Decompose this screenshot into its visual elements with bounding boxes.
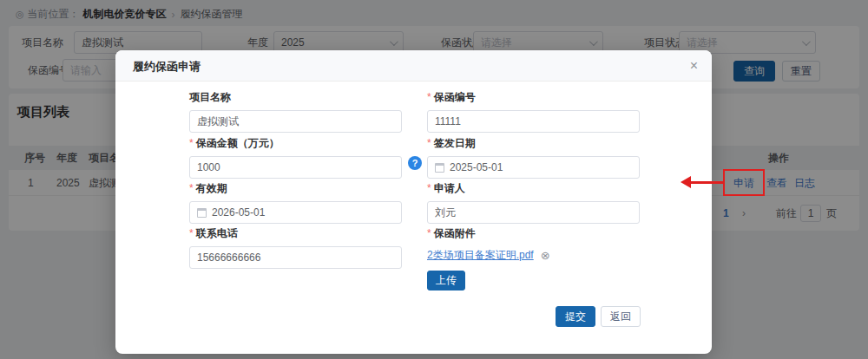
field-valid-until: *有效期	[189, 181, 402, 224]
required-mark: *	[427, 182, 431, 194]
field-guarantee-no: *保函编号	[427, 90, 640, 133]
project-name-input[interactable]	[189, 110, 402, 133]
submit-button[interactable]: 提交	[556, 306, 595, 327]
valid-until-input[interactable]	[212, 206, 394, 219]
field-attachment: *保函附件 2类场项目备案证明.pdf ⊗ 上传	[427, 226, 640, 290]
calendar-icon	[435, 163, 444, 173]
field-amount: *保函金额（万元）	[189, 136, 402, 179]
field-label: 联系电话	[196, 227, 238, 239]
field-label: 保函金额（万元）	[196, 137, 279, 149]
modal-title: 履约保函申请	[133, 59, 201, 75]
applicant-input[interactable]	[427, 201, 640, 224]
amount-input[interactable]	[189, 156, 402, 179]
field-label: 申请人	[434, 182, 465, 194]
issue-date-input[interactable]	[450, 161, 632, 173]
issue-date-picker[interactable]	[427, 156, 640, 179]
back-button[interactable]: 返回	[601, 306, 641, 327]
annotation-arrowhead	[681, 176, 691, 188]
required-mark: *	[189, 137, 194, 149]
field-phone: *联系电话	[189, 226, 402, 269]
required-mark: *	[427, 91, 431, 103]
required-mark: *	[189, 227, 194, 239]
required-mark: *	[427, 137, 431, 149]
valid-until-picker[interactable]	[189, 201, 402, 224]
field-project-name: 项目名称	[189, 90, 402, 133]
field-label: 有效期	[196, 182, 227, 194]
phone-input[interactable]	[189, 246, 402, 269]
guarantee-no-input[interactable]	[427, 110, 640, 133]
page: ◎ 当前位置： 机制电价竞价专区 › 履约保函管理 项目名称 年度 2025 保…	[0, 0, 868, 359]
upload-button[interactable]: 上传	[427, 271, 465, 290]
modal-header: 履约保函申请 ×	[115, 50, 712, 82]
field-label: 保函编号	[434, 91, 476, 103]
field-issue-date: *签发日期	[427, 136, 640, 179]
help-icon[interactable]: ?	[408, 156, 422, 170]
calendar-icon	[197, 208, 207, 218]
attachment-file-row: 2类场项目备案证明.pdf ⊗	[427, 248, 640, 263]
attachment-file-link[interactable]: 2类场项目备案证明.pdf	[427, 248, 534, 263]
field-label: 项目名称	[189, 91, 231, 103]
field-label: 签发日期	[434, 137, 476, 149]
annotation-box	[723, 169, 765, 196]
required-mark: *	[189, 182, 194, 194]
close-icon[interactable]: ×	[690, 57, 698, 75]
required-mark: *	[427, 227, 431, 239]
field-label: 保函附件	[434, 227, 476, 239]
annotation-arrow	[690, 181, 725, 184]
guarantee-application-modal: 履约保函申请 × 项目名称 *保函编号 *保函金额（万元） ? *签发日期 *	[115, 50, 712, 354]
remove-attachment-icon[interactable]: ⊗	[541, 250, 550, 261]
field-applicant: *申请人	[427, 181, 640, 224]
